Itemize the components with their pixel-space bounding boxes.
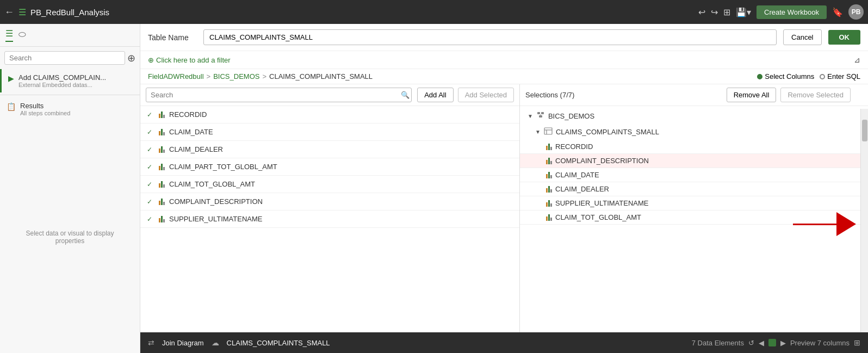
field-bar-icon <box>546 158 552 164</box>
field-item-claim-part-tot[interactable]: ✓ CLAIM_PART_TOT_GLOBL_AMT <box>140 158 519 176</box>
field-bar-icon <box>159 181 165 188</box>
avatar[interactable]: PB <box>848 4 864 20</box>
field-name: CLAIM_DATE <box>169 128 213 136</box>
right-scrollbar[interactable] <box>860 109 868 332</box>
field-label: CLAIM_TOT_GLOBL_AMT <box>555 213 641 221</box>
table-name-input[interactable] <box>203 29 777 45</box>
grid-icon[interactable]: ⊞ <box>854 338 860 347</box>
breadcrumb-part1[interactable]: FieldADWRedbull <box>148 72 204 80</box>
preview-green-box[interactable] <box>768 339 776 346</box>
schema-icon <box>536 111 545 121</box>
undo-button[interactable]: ↩ <box>698 7 705 17</box>
tree-node-claims-table[interactable]: ▼ CLAIMS_COMPLAINTS_SMALL <box>520 124 868 140</box>
arrow-right-icon: ▶ <box>8 74 14 83</box>
cancel-button[interactable]: Cancel <box>783 29 821 45</box>
selection-tree: ▼ BICS_DEMOS ▼ CLAIMS_COMPLAINTS_SMALL <box>520 106 868 332</box>
save-button[interactable]: 💾▾ <box>736 7 751 17</box>
field-bar-icon <box>546 172 552 178</box>
filter-funnel-icon[interactable]: ⊿ <box>854 55 860 64</box>
field-bar-icon <box>546 200 552 207</box>
content-area: Table Name Cancel OK ⊕ Click here to add… <box>140 24 868 353</box>
sidebar-item-title: Add CLAIMS_COMPLAIN... <box>18 73 106 82</box>
tree-field-claim-tot[interactable]: CLAIM_TOT_GLOBL_AMT <box>520 210 868 225</box>
breadcrumb-part2[interactable]: BICS_DEMOS <box>213 72 259 80</box>
cloud-icon: ☁ <box>212 338 219 347</box>
back-button[interactable]: ← <box>4 7 14 18</box>
tree-node-bics-demos[interactable]: ▼ BICS_DEMOS <box>520 108 868 124</box>
nav-right-icon[interactable]: ▶ <box>780 339 786 347</box>
tree-field-claim-date[interactable]: CLAIM_DATE <box>520 168 868 182</box>
top-bar: ← ☰ PB_RedBull_Analysis ↩ ↪ ⊞ 💾▾ Create … <box>0 0 868 24</box>
create-workbook-button[interactable]: Create Workbook <box>757 5 827 19</box>
field-label: SUPPLIER_ULTIMATENAME <box>555 199 648 207</box>
field-bar-icon <box>159 216 165 222</box>
bookmark-icon[interactable]: 🔖 <box>832 7 843 17</box>
tree-field-complaint-desc[interactable]: COMPLAINT_DESCRIPTION <box>520 154 868 168</box>
check-icon: ✓ <box>147 146 154 153</box>
field-item-claim-tot[interactable]: ✓ CLAIM_TOT_GLOBL_AMT <box>140 176 519 193</box>
table-label[interactable]: CLAIMS_COMPLAINTS_SMALL <box>227 339 330 347</box>
field-item-recordid[interactable]: ✓ RECORDID <box>140 106 519 123</box>
join-diagram-label[interactable]: Join Diagram <box>162 339 204 347</box>
add-filter-button[interactable]: ⊕ Click here to add a filter <box>148 56 231 64</box>
refresh-icon[interactable]: ↺ <box>748 339 754 347</box>
field-item-claim-dealer[interactable]: ✓ CLAIM_DEALER <box>140 141 519 158</box>
select-columns-option[interactable]: Select Columns <box>757 72 814 80</box>
sidebar-search-input[interactable] <box>4 51 125 65</box>
enter-sql-option[interactable]: Enter SQL <box>820 72 860 80</box>
add-all-button[interactable]: Add All <box>417 88 453 102</box>
nav-left-icon[interactable]: ◀ <box>759 339 764 347</box>
field-search-input[interactable] <box>146 88 412 102</box>
check-icon: ✓ <box>147 128 154 136</box>
radio-dot-selected <box>757 74 762 79</box>
remove-all-button[interactable]: Remove All <box>727 88 777 102</box>
field-name: COMPLAINT_DESCRIPTION <box>169 197 263 206</box>
sidebar-item-add-claims[interactable]: ▶ Add CLAIMS_COMPLAIN... External Embedd… <box>0 69 140 92</box>
field-name: RECORDID <box>169 110 207 119</box>
table-name-row: Table Name Cancel OK <box>140 24 868 51</box>
field-label: COMPLAINT_DESCRIPTION <box>555 157 649 165</box>
join-diagram-icon[interactable]: ⇄ <box>148 338 154 347</box>
redo-button[interactable]: ↪ <box>711 7 718 17</box>
tree-field-recordid[interactable]: RECORDID <box>520 140 868 154</box>
breadcrumb-row: FieldADWRedbull > BICS_DEMOS > CLAIMS_CO… <box>140 69 868 84</box>
bottom-right: 7 Data Elements ↺ ◀ ▶ Preview 7 columns … <box>692 338 860 347</box>
svg-rect-2 <box>539 115 542 117</box>
svg-rect-4 <box>544 128 552 134</box>
results-subtitle: All steps combined <box>20 110 70 116</box>
selections-title: Selections (7/7) <box>525 91 722 99</box>
field-bar-icon <box>159 129 165 135</box>
tree-arrow-icon: ▼ <box>535 129 541 135</box>
sidebar-item-subtitle: External Embedded datas... <box>18 82 106 88</box>
field-bar-icon <box>159 199 165 205</box>
field-item-complaint-desc[interactable]: ✓ COMPLAINT_DESCRIPTION <box>140 193 519 210</box>
field-label: CLAIM_DEALER <box>555 185 609 193</box>
tree-arrow-icon: ▼ <box>528 113 533 119</box>
sidebar-tabs: ☰ ⬭ <box>0 24 140 47</box>
bics-demos-label: BICS_DEMOS <box>548 112 594 120</box>
sidebar-item-results[interactable]: 📋 Results All steps combined <box>0 97 140 121</box>
breadcrumb-options: Select Columns Enter SQL <box>757 72 860 80</box>
ok-button[interactable]: OK <box>828 30 861 45</box>
add-selected-button[interactable]: Add Selected <box>458 88 514 102</box>
field-name: CLAIM_DEALER <box>169 145 223 153</box>
tree-field-supplier[interactable]: SUPPLIER_ULTIMATENAME <box>520 196 868 210</box>
check-icon: ✓ <box>147 181 154 188</box>
field-item-supplier[interactable]: ✓ SUPPLIER_ULTIMATENAME <box>140 210 519 228</box>
data-elements-label: 7 Data Elements <box>692 339 744 347</box>
right-toolbar: Selections (7/7) Remove All Remove Selec… <box>520 84 868 106</box>
sidebar-tab-layers[interactable]: ☰ <box>5 28 13 42</box>
sidebar-tab-shape[interactable]: ⬭ <box>18 29 26 41</box>
sidebar-add-button[interactable]: ⊕ <box>127 52 135 64</box>
remove-selected-button[interactable]: Remove Selected <box>780 88 851 102</box>
filter-row: ⊕ Click here to add a filter ⊿ <box>140 51 868 69</box>
tree-field-claim-dealer[interactable]: CLAIM_DEALER <box>520 182 868 196</box>
app-title: PB_RedBull_Analysis <box>30 8 694 17</box>
scrollbar-thumb[interactable] <box>862 120 867 141</box>
select-columns-label: Select Columns <box>765 72 814 80</box>
field-item-claim-date[interactable]: ✓ CLAIM_DATE <box>140 123 519 141</box>
frame-button[interactable]: ⊞ <box>723 7 730 17</box>
field-bar-icon <box>159 146 165 153</box>
add-filter-label: Click here to add a filter <box>156 56 231 64</box>
check-icon: ✓ <box>147 111 154 119</box>
